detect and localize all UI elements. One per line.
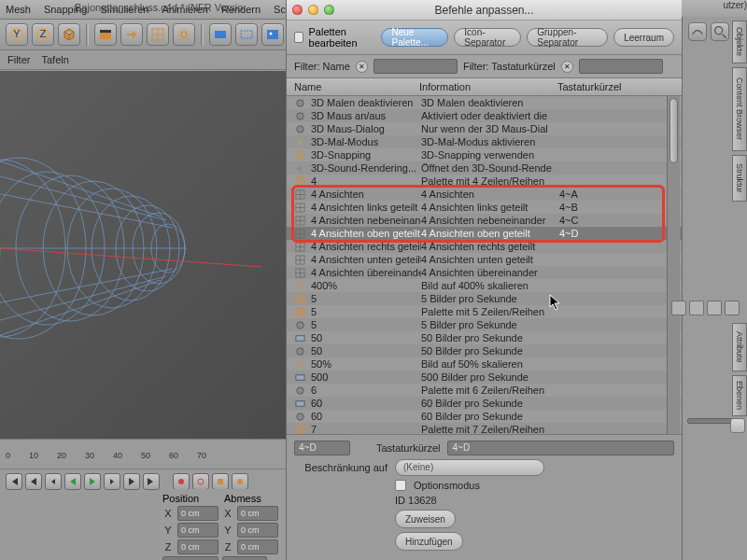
col-shortcut[interactable]: Tastaturkürzel — [557, 81, 674, 92]
coord-x-field[interactable]: 0 cm — [177, 506, 218, 521]
command-row[interactable]: 3D-Snapping3D-Snapping verwenden — [287, 148, 682, 161]
autokey-button[interactable] — [192, 473, 209, 490]
record-button[interactable] — [173, 473, 190, 490]
window-zoom-button[interactable] — [324, 5, 334, 15]
coord-mode-select[interactable]: Objekt (Rel) — [162, 556, 218, 560]
tool-cube[interactable] — [58, 23, 80, 46]
command-row[interactable]: 50%Bild auf 50% skalieren — [287, 357, 682, 371]
side-tool-1[interactable] — [688, 22, 707, 41]
edit-palettes-checkbox[interactable] — [294, 32, 303, 43]
coord-abmess-select[interactable]: Abmess — [222, 556, 267, 560]
command-row[interactable]: 6060 Bilder pro Sekunde — [287, 397, 682, 410]
coord-z-field[interactable]: 0 cm — [177, 539, 218, 554]
command-row[interactable]: 3D Maus an/ausAktiviert oder deaktiviert… — [287, 109, 682, 122]
side-tool-search[interactable] — [711, 22, 729, 41]
tab-content-browser[interactable]: Content Browser — [732, 67, 747, 151]
tool-arrow-right[interactable] — [120, 23, 143, 46]
icon-separator-button[interactable]: Icon-Separator — [454, 28, 521, 47]
tab-ebenen[interactable]: Ebenen — [732, 375, 747, 416]
coord-y2-field[interactable]: 0 cm — [237, 523, 278, 538]
command-row[interactable]: 4 Ansichten nebeneinander4 Ansichten neb… — [287, 214, 682, 227]
command-row[interactable]: 6060 Bilder pro Sekunde — [287, 410, 682, 423]
keyframe-options[interactable] — [212, 473, 229, 490]
go-end-button[interactable] — [143, 473, 160, 490]
arrow-icon[interactable] — [725, 301, 740, 315]
tool-grid[interactable] — [147, 23, 169, 46]
menu-mesh[interactable]: Mesh — [6, 4, 31, 15]
col-name[interactable]: Name — [294, 81, 419, 92]
command-row[interactable]: 400%Bild auf 400% skalieren — [287, 279, 682, 292]
command-row[interactable]: 4Palette mit 4 Zeilen/Reihen — [287, 175, 682, 188]
timeline[interactable]: 0 10 20 30 40 50 60 70 — [0, 439, 286, 470]
shortcut-filter-input[interactable] — [579, 59, 663, 74]
command-row[interactable]: 55 Bilder pro Sekunde — [287, 318, 682, 331]
next-keyframe-button[interactable] — [123, 473, 140, 490]
new-palette-button[interactable]: Neue Palette... — [381, 28, 448, 47]
viewport-3d[interactable] — [0, 71, 286, 439]
go-start-button[interactable] — [6, 473, 22, 490]
tool-render[interactable] — [209, 23, 232, 46]
assign-button[interactable]: Zuweisen — [395, 510, 456, 528]
tab-objekte[interactable]: Objekte — [732, 21, 747, 63]
clear-name-filter-button[interactable]: ✕ — [356, 61, 368, 73]
command-list[interactable]: 3D Malen deaktivieren3D Malen deaktivier… — [287, 96, 682, 434]
restrict-select[interactable]: (Keine) — [395, 459, 544, 476]
play-back-button[interactable] — [64, 473, 81, 490]
lock-icon[interactable] — [671, 301, 686, 315]
window-minimize-button[interactable] — [308, 5, 318, 15]
tool-y-axis[interactable]: Y — [6, 23, 28, 46]
command-row[interactable]: 5050 Bilder pro Sekunde — [287, 331, 682, 344]
command-row[interactable]: 7Palette mit 7 Zeilen/Reihen — [287, 423, 682, 434]
keyframe-position[interactable] — [232, 473, 248, 490]
group-separator-button[interactable]: Gruppen-Separator — [527, 28, 608, 47]
secondary-filter[interactable]: Filter — [7, 54, 30, 65]
list-scrollbar[interactable] — [667, 96, 680, 434]
tool-picture-viewer[interactable] — [261, 23, 284, 46]
command-row[interactable]: 4 Ansichten links geteilt4 Ansichten lin… — [287, 201, 682, 214]
flag-icon[interactable] — [707, 301, 722, 315]
coord-y2-label: Y — [222, 525, 233, 536]
coord-y-field[interactable]: 0 cm — [177, 523, 218, 538]
tab-attribute[interactable]: Attribute — [732, 323, 747, 371]
tool-render-region[interactable] — [235, 23, 258, 46]
tool-clapper[interactable] — [94, 23, 117, 46]
spacer-button[interactable]: Leerraum — [613, 28, 674, 47]
mainapp-user-menu[interactable]: utzer) — [723, 0, 747, 10]
command-row[interactable]: 3D Maus-DialogNur wenn der 3D Maus-Dial — [287, 122, 682, 135]
command-row[interactable]: 3D-Mal-Modus3D-Mal-Modus aktivieren — [287, 135, 682, 148]
prev-keyframe-button[interactable] — [25, 473, 42, 490]
command-row[interactable]: 4 Ansichten oben geteilt4 Ansichten oben… — [287, 227, 682, 240]
name-filter-input[interactable] — [374, 59, 458, 74]
optionsmode-checkbox[interactable] — [395, 480, 406, 491]
scrollbar-thumb[interactable] — [669, 98, 678, 163]
command-row[interactable]: 500500 Bilder pro Sekunde — [287, 371, 682, 384]
tab-struktur[interactable]: Struktur — [732, 155, 747, 202]
tool-z-axis[interactable]: Z — [32, 23, 54, 46]
tool-settings[interactable] — [173, 23, 195, 46]
command-row[interactable]: 4 Ansichten4 Ansichten4~A — [287, 188, 682, 201]
col-info[interactable]: Information — [419, 81, 557, 92]
secondary-tafeln[interactable]: Tafeln — [41, 54, 68, 65]
add-button[interactable]: Hinzufügen — [395, 532, 463, 551]
command-row[interactable]: 4 Ansichten rechts geteilt4 Ansichten re… — [287, 240, 682, 253]
command-row[interactable]: 55 Bilder pro Sekunde — [287, 292, 682, 305]
command-row[interactable]: 4 Ansichten unten geteilt4 Ansichten unt… — [287, 253, 682, 266]
coord-x2-field[interactable]: 0 cm — [237, 506, 278, 521]
coord-z2-field[interactable]: 0 cm — [237, 539, 278, 554]
row-name: 3D Maus-Dialog — [311, 123, 421, 134]
command-row[interactable]: 3D-Sound-Rendering...Öffnet den 3D-Sound… — [287, 161, 682, 175]
clear-shortcut-filter-button[interactable]: ✕ — [561, 61, 573, 73]
next-frame-button[interactable] — [104, 473, 120, 490]
command-row[interactable]: 5050 Bilder pro Sekunde — [287, 344, 682, 357]
dialog-titlebar[interactable]: Befehle anpassen... — [287, 0, 682, 21]
command-row[interactable]: 6Palette mit 6 Zeilen/Reihen — [287, 384, 682, 397]
prev-frame-button[interactable] — [45, 473, 62, 490]
eye-icon[interactable] — [689, 301, 704, 315]
play-button[interactable] — [84, 473, 101, 490]
window-close-button[interactable] — [292, 5, 303, 15]
command-row[interactable]: 5Palette mit 5 Zeilen/Reihen — [287, 305, 682, 318]
side-dropdown-icon[interactable] — [730, 418, 745, 433]
shortcut-field[interactable]: 4~D — [447, 441, 674, 455]
command-row[interactable]: 4 Ansichten übereinander4 Ansichten über… — [287, 266, 682, 279]
command-row[interactable]: 3D Malen deaktivieren3D Malen deaktivier… — [287, 96, 682, 109]
